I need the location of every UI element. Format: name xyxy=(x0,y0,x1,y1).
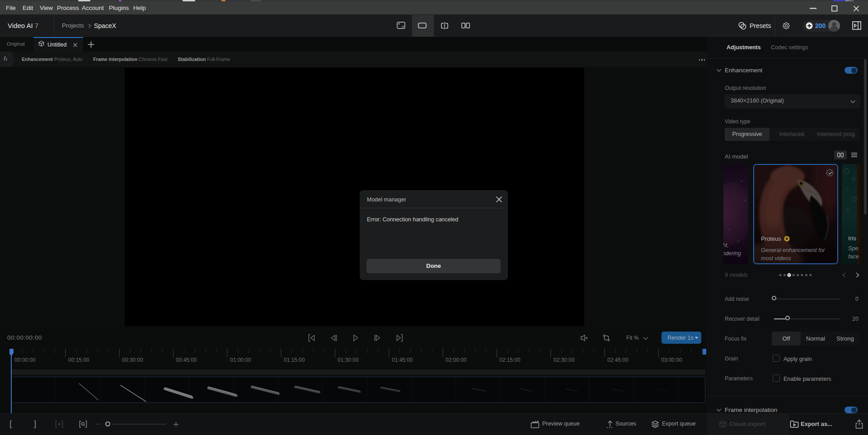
svg-text:ht,: ht, xyxy=(723,242,729,248)
svg-text:face: face xyxy=(848,253,859,260)
svg-text:endering: endering xyxy=(723,250,741,257)
svg-text:Spe: Spe xyxy=(848,245,858,252)
svg-text:Iris: Iris xyxy=(848,235,856,242)
